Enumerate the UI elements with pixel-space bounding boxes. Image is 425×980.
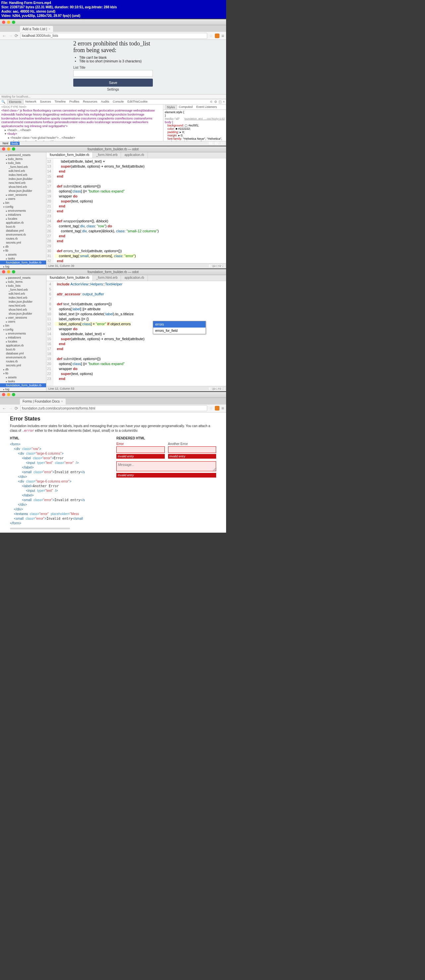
file-tree-item[interactable]: application.rb [0, 221, 46, 225]
file-tree-item[interactable]: database.yml [0, 352, 46, 355]
file-tree-item[interactable]: lib [0, 371, 46, 375]
bc-body[interactable]: body [10, 142, 19, 145]
file-tree-item[interactable]: _form.html.erb [0, 288, 46, 292]
error-input[interactable] [116, 446, 165, 453]
chrome-menu-icon[interactable]: ≡ [222, 406, 224, 411]
devtools-tab-console[interactable]: Console [111, 100, 125, 103]
editor-tab[interactable]: foundation_form_builder.rb [46, 152, 93, 158]
title-input[interactable] [73, 70, 153, 77]
file-tree-item[interactable]: index.json.jbuilder [0, 300, 46, 304]
minimize-dot[interactable] [7, 393, 10, 396]
maximize-dot[interactable] [12, 270, 15, 274]
file-tree-item[interactable]: todo_lists [0, 284, 46, 288]
devtools-search-icon[interactable]: 🔍 [1, 100, 5, 103]
chrome-menu-icon[interactable]: ≡ [222, 33, 224, 38]
editor-tab[interactable]: _form.html.erb [93, 152, 121, 158]
autocomplete-popup[interactable]: errorserrors_for_field [153, 321, 206, 334]
back-button[interactable]: ← [2, 33, 6, 38]
file-tree-item[interactable]: show.html.erb [0, 185, 46, 189]
file-tree[interactable]: password_resetstodo_itemstodo_lists_form… [0, 152, 46, 269]
file-tree-item[interactable]: index.html.erb [0, 173, 46, 177]
file-tree-item[interactable]: lib [0, 248, 46, 253]
file-tree-item[interactable]: database.yml [0, 229, 46, 233]
file-tree-item[interactable]: locales [0, 339, 46, 344]
file-tree-item[interactable]: todo_lists [0, 161, 46, 165]
file-tree-item[interactable]: initializers [0, 213, 46, 217]
file-tree-item[interactable]: users [0, 197, 46, 201]
file-tree-item[interactable]: user_sessions [0, 316, 46, 320]
file-tree-item[interactable]: boot.rb [0, 347, 46, 352]
file-tree-item[interactable]: users [0, 320, 46, 324]
file-tree-item[interactable]: environment.rb [0, 355, 46, 360]
file-tree-item[interactable]: user_sessions [0, 193, 46, 197]
file-tree-item[interactable]: assets [0, 375, 46, 379]
file-tree-item[interactable]: foundation_form_builder.rb [0, 383, 46, 387]
file-tree-item[interactable]: tasks [0, 379, 46, 383]
file-tree-item[interactable]: initializers [0, 336, 46, 339]
file-tree-item[interactable]: edit.html.erb [0, 292, 46, 296]
devtools-drawer-icon[interactable]: ⚟ [210, 100, 213, 103]
file-tree-item[interactable]: environments [0, 331, 46, 336]
file-tree-item[interactable]: todo_items [0, 280, 46, 284]
editor-tab[interactable]: application.rb [121, 152, 147, 158]
close-dot[interactable] [2, 21, 5, 24]
file-tree-item[interactable]: new.html.erb [0, 304, 46, 308]
file-tree-item[interactable]: show.json.jbuilder [0, 312, 46, 316]
forward-button[interactable]: → [8, 33, 13, 38]
file-tree-item[interactable]: foundation_form_builder.rb [0, 261, 46, 264]
maximize-dot[interactable] [12, 393, 15, 396]
code-editor[interactable]: 1213141516171819202122232425262728293031… [46, 158, 226, 263]
file-tree-item[interactable]: edit.html.erb [0, 169, 46, 173]
autocomplete-item[interactable]: errors [153, 321, 206, 328]
chrome-tab[interactable]: Add a Todo List | × [20, 26, 53, 32]
bookmark-icon[interactable]: ☆ [209, 33, 213, 38]
close-tab-icon[interactable]: × [61, 399, 63, 403]
file-tree-item[interactable]: environment.rb [0, 233, 46, 237]
file-tree-item[interactable]: db [0, 368, 46, 371]
devtools-tab-timeline[interactable]: Timeline [53, 100, 68, 103]
file-tree-item[interactable]: new.html.erb [0, 181, 46, 185]
file-tree-item[interactable]: routes.rb [0, 237, 46, 240]
devtools-tab-resources[interactable]: Resources [81, 100, 99, 103]
file-tree-item[interactable]: secrets.yml [0, 240, 46, 245]
editor-tab[interactable]: application.rb [121, 275, 147, 281]
styles-panel[interactable]: Styles Computed Event Listeners element.… [163, 105, 226, 141]
file-tree-item[interactable]: log [0, 387, 46, 391]
file-tree-item[interactable]: password_resets [0, 276, 46, 280]
chrome-tab[interactable]: Forms | Foundation Docs × [20, 399, 66, 404]
file-tree-item[interactable]: assets [0, 253, 46, 256]
close-tab-icon[interactable]: × [48, 27, 51, 31]
file-tree-item[interactable]: bin [0, 324, 46, 328]
minimize-dot[interactable] [7, 147, 10, 151]
file-tree[interactable]: password_resetstodo_itemstodo_lists_form… [0, 275, 46, 391]
file-tree-item[interactable]: show.html.erb [0, 308, 46, 312]
reload-button[interactable]: ⟳ [14, 406, 18, 411]
file-tree-item[interactable]: config [0, 328, 46, 331]
close-dot[interactable] [2, 270, 5, 274]
autocomplete-item[interactable]: errors_for_field [153, 328, 206, 334]
devtools-tab-cookie[interactable]: EditThisCookie [126, 100, 149, 103]
elements-panel[interactable]: <!DOCTYPE html> <html class=" js flexbox… [0, 105, 163, 141]
close-dot[interactable] [2, 147, 5, 151]
url-bar[interactable]: localhost:3000/todo_lists [20, 33, 207, 39]
devtools-tab-elements[interactable]: Elements [7, 100, 24, 104]
editor-tab[interactable]: _form.html.erb [93, 275, 121, 281]
editor-tab[interactable]: foundation_form_builder.rb [46, 275, 93, 281]
minimize-dot[interactable] [7, 270, 10, 274]
code-editor[interactable]: 4567891011121314151617181920212223 inclu… [46, 281, 226, 386]
devtools-dock-icon[interactable]: ◫ [219, 100, 222, 103]
maximize-dot[interactable] [12, 147, 15, 151]
extension-icon[interactable] [215, 33, 219, 38]
devtools-settings-icon[interactable]: ⚙ [214, 100, 217, 103]
minimize-dot[interactable] [7, 21, 10, 24]
forward-button[interactable]: → [8, 406, 13, 411]
file-tree-item[interactable]: routes.rb [0, 360, 46, 363]
file-tree-item[interactable]: boot.rb [0, 225, 46, 229]
back-button[interactable]: ← [2, 406, 6, 411]
file-tree-item[interactable]: db [0, 245, 46, 248]
file-tree-item[interactable]: show.json.jbuilder [0, 189, 46, 193]
message-textarea[interactable] [116, 461, 216, 471]
file-tree-item[interactable]: index.html.erb [0, 296, 46, 300]
devtools-tab-network[interactable]: Network [24, 100, 38, 103]
maximize-dot[interactable] [12, 21, 15, 24]
